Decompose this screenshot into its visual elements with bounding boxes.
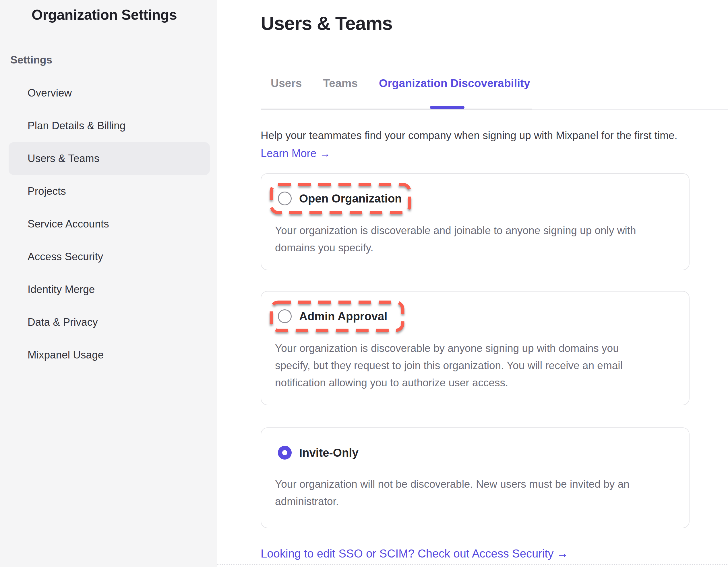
tab-strip-divider	[532, 109, 728, 110]
tab-organization-discoverability[interactable]: Organization Discoverability	[379, 77, 530, 90]
learn-more-link[interactable]: Learn More →	[261, 147, 330, 160]
tab-strip: Users Teams Organization Discoverability	[261, 77, 532, 110]
option-label: Open Organization	[299, 192, 402, 205]
description-line: administrator.	[275, 493, 677, 510]
description-line: domains you specify.	[275, 239, 677, 256]
option-admin-approval[interactable]: Admin Approval	[278, 310, 387, 323]
active-tab-indicator	[430, 106, 464, 109]
option-card-admin-approval: Admin Approval Your organization is disc…	[261, 291, 690, 405]
sidebar-item-identity-merge[interactable]: Identity Merge	[0, 273, 217, 306]
sidebar-item-service-accounts[interactable]: Service Accounts	[0, 208, 217, 240]
option-description: Your organization will not be discoverab…	[275, 476, 677, 510]
radio-selected-icon[interactable]	[278, 446, 292, 460]
option-description: Your organization is discoverable and jo…	[275, 222, 677, 256]
option-label: Invite-Only	[299, 446, 359, 459]
description-line: Your organization is discoverable by any…	[275, 340, 677, 357]
description-line: specify, but they request to join this o…	[275, 357, 677, 374]
sidebar-item-data-privacy[interactable]: Data & Privacy	[0, 306, 217, 339]
tab-teams[interactable]: Teams	[323, 77, 358, 90]
option-description: Your organization is discoverable by any…	[275, 340, 677, 392]
radio-unselected-icon[interactable]	[278, 310, 292, 323]
sidebar-section-label: Settings	[10, 53, 217, 66]
radio-unselected-icon[interactable]	[278, 191, 292, 205]
sidebar-nav: Overview Plan Details & Billing Users & …	[0, 77, 217, 372]
sidebar: Organization Settings Settings Overview …	[0, 0, 217, 567]
option-label: Admin Approval	[299, 310, 387, 323]
description-line: Your organization will not be discoverab…	[275, 476, 677, 493]
sidebar-item-overview[interactable]: Overview	[0, 77, 217, 109]
sidebar-item-projects[interactable]: Projects	[0, 175, 217, 208]
main-content: Users & Teams Users Teams Organization D…	[217, 0, 728, 567]
sidebar-title: Organization Settings	[32, 6, 217, 24]
tab-list: Users Teams Organization Discoverability	[261, 77, 532, 90]
description-line: notification allowing you to authorize u…	[275, 374, 677, 392]
tab-users[interactable]: Users	[271, 77, 302, 90]
option-card-invite-only: Invite-Only Your organization will not b…	[261, 427, 690, 528]
sidebar-item-plan-details-billing[interactable]: Plan Details & Billing	[0, 109, 217, 142]
description-line: Your organization is discoverable and jo…	[275, 222, 677, 239]
page-title: Users & Teams	[261, 0, 728, 35]
sidebar-item-users-teams[interactable]: Users & Teams	[9, 142, 210, 175]
bottom-dotted-divider	[217, 564, 728, 565]
option-invite-only[interactable]: Invite-Only	[278, 446, 359, 460]
discoverability-intro-text: Help your teammates find your company wh…	[261, 129, 728, 142]
access-security-link[interactable]: Looking to edit SSO or SCIM? Check out A…	[261, 547, 568, 560]
sidebar-item-access-security[interactable]: Access Security	[0, 240, 217, 273]
option-card-open-organization: Open Organization Your organization is d…	[261, 173, 690, 270]
sidebar-item-mixpanel-usage[interactable]: Mixpanel Usage	[0, 339, 217, 372]
option-open-organization[interactable]: Open Organization	[278, 191, 402, 205]
